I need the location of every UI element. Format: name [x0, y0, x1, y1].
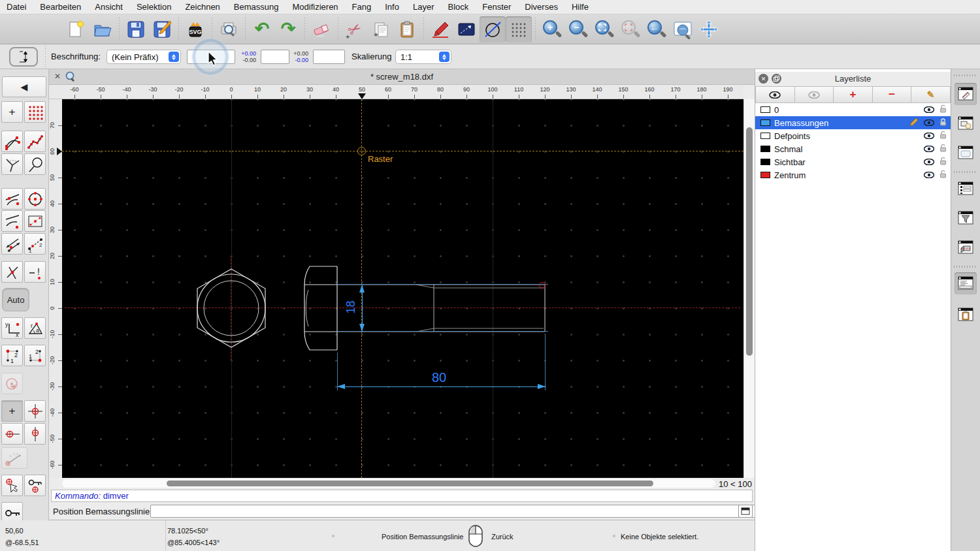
coordinate-cartesian-button[interactable]: yx [1, 317, 23, 339]
menu-hilfe[interactable]: Hilfe [572, 2, 589, 12]
horizontal-scrollbar-thumb[interactable] [167, 480, 653, 486]
layer-color-swatch[interactable] [760, 106, 770, 113]
layer-lock-icon[interactable] [939, 131, 947, 141]
drawing-canvas[interactable]: Raster 18 80 [62, 99, 743, 478]
snap-grid-button[interactable] [24, 101, 46, 123]
layer-visibility-icon[interactable] [924, 144, 934, 154]
snap-endpoints-button[interactable] [1, 131, 23, 152]
menu-datei[interactable]: Datei [7, 2, 26, 12]
back-button[interactable]: ◀ [2, 76, 46, 97]
layer-row-zentrum[interactable]: Zentrum [755, 168, 951, 181]
layer-visibility-icon[interactable] [924, 118, 934, 128]
layer-lock-icon[interactable] [939, 118, 947, 128]
snap-auto-button[interactable]: Auto [2, 288, 29, 311]
menu-block[interactable]: Block [448, 2, 468, 12]
menu-bemassung[interactable]: Bemassung [234, 2, 279, 12]
zoom-out-button[interactable]: − [565, 16, 591, 42]
menu-fang[interactable]: Fang [352, 2, 372, 12]
dock-section-view-button[interactable] [955, 236, 977, 259]
zoom-window-button[interactable] [670, 16, 696, 42]
snap-center-button[interactable] [24, 188, 46, 210]
delete-button[interactable] [308, 16, 335, 42]
edit-layer-button[interactable]: ✎ [911, 86, 951, 103]
layer-color-swatch[interactable] [760, 146, 770, 152]
dock-clipboard-button[interactable] [955, 304, 977, 326]
layer-color-swatch[interactable] [760, 133, 770, 139]
set-relative-zero-button[interactable] [24, 400, 46, 422]
layer-visibility-icon[interactable] [924, 105, 934, 115]
snap-intersection-auto-button[interactable] [1, 153, 23, 175]
layer-visibility-icon[interactable] [924, 131, 934, 141]
prefix-suffix-input[interactable] [187, 50, 235, 64]
menu-diverses[interactable]: Diverses [525, 2, 558, 12]
paste-button[interactable] [394, 16, 420, 42]
pick-relative-zero-button[interactable] [1, 475, 23, 496]
vertical-scrollbar[interactable] [743, 99, 755, 478]
snap-distance-rect-button[interactable] [24, 210, 46, 232]
open-file-button[interactable] [90, 16, 116, 42]
layer-lock-icon[interactable] [939, 104, 947, 115]
layer-color-swatch[interactable] [760, 159, 770, 165]
angle-gauge-button[interactable] [1, 447, 27, 469]
dock-command-line-button[interactable] [955, 272, 977, 294]
layer-row-0[interactable]: 0 [755, 103, 951, 116]
menu-info[interactable]: Info [385, 2, 399, 12]
snap-distance-manual-button[interactable]: 12 [24, 233, 46, 255]
menu-fenster[interactable]: Fenster [482, 2, 511, 12]
svg-export-button[interactable]: SVG [182, 16, 208, 42]
print-preview-button[interactable] [216, 16, 242, 42]
draft-mode-button[interactable] [480, 16, 506, 42]
layer-row-defpoints[interactable]: Defpoints [755, 129, 951, 142]
menu-layer[interactable]: Layer [413, 2, 434, 12]
zoom-selection-button[interactable] [617, 16, 644, 42]
restrict-nothing-button[interactable]: ! [24, 261, 46, 283]
snap-nearest-button[interactable] [1, 210, 23, 232]
tolerance-upper-input[interactable] [261, 50, 289, 64]
vertical-scrollbar-thumb[interactable] [746, 127, 753, 356]
dock-layer-list-button[interactable] [955, 83, 977, 105]
grid-toggle-button[interactable] [506, 16, 532, 42]
layer-row-schmal[interactable]: Schmal [755, 142, 951, 155]
order-1-2-button[interactable]: 12 [1, 345, 23, 366]
horizontal-scrollbar[interactable] [62, 479, 715, 488]
tolerance-lower-input[interactable] [313, 50, 345, 64]
dock-block-list-button[interactable] [955, 112, 977, 134]
layer-lock-icon[interactable] [939, 157, 947, 167]
command-window-button[interactable] [738, 505, 753, 518]
save-button[interactable] [123, 16, 149, 42]
remove-layer-button[interactable]: − [873, 86, 912, 103]
copy-button[interactable]: + [368, 16, 394, 42]
redo-button[interactable]: ↷ [275, 16, 301, 42]
zoom-pan-button[interactable] [696, 16, 722, 42]
dock-entity-list-button[interactable] [955, 178, 977, 200]
snap-free-button[interactable]: + [1, 101, 23, 123]
new-file-button[interactable] [63, 16, 90, 42]
snap-point-on-circle-button[interactable] [24, 153, 46, 175]
restrict-disabled-button[interactable] [1, 373, 23, 394]
save-as-button[interactable] [149, 16, 175, 42]
layer-visibility-icon[interactable] [924, 157, 934, 167]
layer-lock-icon[interactable] [939, 144, 947, 154]
snap-intersection-button[interactable] [1, 261, 23, 283]
prefix-dropdown[interactable]: (Kein Präfix) [106, 50, 181, 64]
show-all-layers-button[interactable] [755, 86, 795, 103]
command-input[interactable] [150, 505, 785, 518]
selection-tool-button[interactable] [453, 16, 480, 42]
undo-button[interactable]: ↶ [249, 16, 275, 42]
layer-row-bemassungen[interactable]: Bemassungen [755, 116, 951, 129]
menu-modifizieren[interactable]: Modifizieren [293, 2, 338, 12]
snap-middle-button[interactable] [1, 233, 23, 255]
cut-button[interactable]: ✂+ [342, 16, 368, 42]
scale-dropdown[interactable]: 1:1 [395, 50, 451, 64]
layer-visibility-icon[interactable] [924, 170, 934, 180]
target-horizontal-button[interactable] [1, 423, 23, 445]
lock-relative-zero-button[interactable] [24, 475, 46, 496]
dimension-vertical-tool-button[interactable] [9, 47, 38, 67]
layer-lock-icon[interactable] [939, 170, 947, 180]
menu-selektion[interactable]: Selektion [137, 2, 171, 12]
menu-bearbeiten[interactable]: Bearbeiten [40, 2, 81, 12]
dock-selection-filter-button[interactable] [955, 207, 977, 229]
zoom-auto-button[interactable] [591, 16, 617, 42]
target-vertical-button[interactable] [24, 423, 46, 445]
coordinate-polar-button[interactable]: ra [24, 317, 46, 339]
